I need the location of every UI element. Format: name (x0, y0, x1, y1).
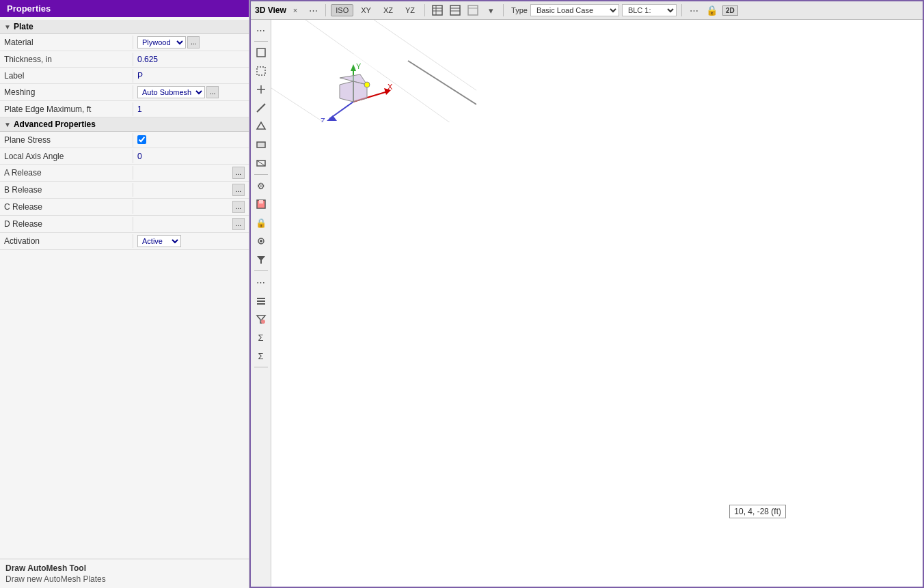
c-release-value[interactable]: ... (133, 199, 249, 215)
lock-filter-btn[interactable] (252, 232, 270, 250)
panel-btn[interactable] (252, 136, 270, 154)
type-label: Type (511, 6, 528, 14)
c-release-dots-btn[interactable]: ... (232, 201, 245, 213)
label-text: P (137, 71, 143, 81)
b-release-dots-btn[interactable]: ... (232, 184, 245, 196)
meshing-label: Meshing (0, 85, 133, 99)
b-release-row: B Release ... (0, 182, 249, 199)
meshing-select[interactable]: Auto Submesh Manual None (137, 86, 205, 98)
label-value: P (133, 69, 249, 83)
svg-rect-19 (259, 200, 263, 204)
toolbar-sep-3 (503, 4, 504, 16)
side-sep-4 (254, 367, 268, 367)
side-dots-btn[interactable]: ⋯ (252, 21, 270, 39)
d-release-dots-btn[interactable]: ... (232, 218, 245, 230)
left-panel: Properties ▼ Plate Material Plywood Stee… (0, 0, 249, 588)
svg-line-17 (257, 160, 265, 166)
table-icon-1[interactable] (430, 3, 445, 18)
svg-line-40 (408, 61, 476, 122)
list-btn[interactable] (252, 292, 270, 309)
settings-btn[interactable]: ⚙ (252, 177, 270, 195)
svg-marker-14 (257, 122, 265, 129)
canvas-area: ⋯ ⚙ (251, 20, 923, 587)
yz-view-btn[interactable]: YZ (400, 4, 420, 16)
activation-label: Activation (0, 234, 133, 248)
material-label: Material (0, 36, 133, 49)
svg-text:Z: Z (321, 117, 325, 122)
local-axis-value: 0 (133, 150, 249, 163)
material-select[interactable]: Plywood Steel Concrete (137, 36, 186, 48)
activation-value[interactable]: Active Inactive (133, 233, 249, 249)
type-select[interactable]: Basic Load Case Load Combination (530, 4, 619, 16)
dots-menu-btn[interactable]: ⋯ (305, 3, 321, 18)
xy-view-btn[interactable]: XY (356, 4, 376, 16)
table-icon-3[interactable] (465, 3, 480, 18)
filter-btn[interactable] (252, 251, 270, 268)
toolbar-sep-1 (325, 4, 326, 16)
3d-view-svg[interactable]: Y X Z (271, 20, 476, 122)
activation-row: Activation Active Inactive (0, 233, 249, 250)
label-row: Label P (0, 68, 249, 84)
dots-btn-2[interactable]: ⋯ (252, 273, 270, 291)
svg-rect-24 (257, 300, 265, 302)
svg-point-140 (364, 82, 370, 87)
blc-select[interactable]: BLC 1: BLC 2: (622, 4, 677, 16)
cursor-btn[interactable] (252, 44, 270, 61)
d-release-value[interactable]: ... (133, 216, 249, 232)
dropdown-arrow[interactable]: ▾ (483, 3, 498, 18)
member-btn[interactable] (252, 99, 270, 117)
svg-rect-7 (468, 5, 478, 15)
activation-select[interactable]: Active Inactive (137, 235, 181, 247)
advanced-section-header[interactable]: ▼ Advanced Properties (0, 117, 249, 132)
save-model-btn[interactable] (252, 195, 270, 213)
a-release-row: A Release ... (0, 165, 249, 182)
local-axis-text: 0 (137, 152, 142, 161)
lock-icon[interactable]: 🔒 (705, 3, 720, 18)
collapse-advanced-icon: ▼ (4, 121, 11, 128)
meshing-value[interactable]: Auto Submesh Manual None ... (133, 84, 249, 100)
plane-stress-value[interactable] (133, 133, 249, 146)
properties-area: ▼ Plate Material Plywood Steel Concrete … (0, 17, 249, 559)
panel-title: Properties (7, 3, 51, 14)
svg-rect-15 (257, 142, 265, 148)
a-release-dots-btn[interactable]: ... (232, 167, 245, 179)
c-release-label: C Release (0, 200, 133, 214)
view-close-btn[interactable]: × (293, 6, 297, 14)
svg-marker-138 (340, 81, 353, 102)
more-options-btn[interactable]: ⋯ (687, 3, 702, 18)
plane-stress-checkbox[interactable] (137, 135, 146, 144)
material-value[interactable]: Plywood Steel Concrete ... (133, 34, 249, 51)
panel-footer: Draw AutoMesh Tool Draw new AutoMesh Pla… (0, 559, 249, 588)
svg-rect-9 (257, 48, 265, 57)
lock-view-btn[interactable]: 🔒 (252, 214, 270, 232)
a-release-value[interactable]: ... (133, 165, 249, 181)
2d-btn[interactable]: 2D (722, 5, 738, 16)
iso-view-btn[interactable]: ISO (331, 4, 353, 16)
side-sep-2 (254, 174, 268, 175)
table-icon-2[interactable] (448, 3, 463, 18)
select-btn[interactable] (252, 62, 270, 80)
material-row: Material Plywood Steel Concrete ... (0, 34, 249, 51)
view-title: 3D View (255, 5, 286, 15)
plate-btn[interactable] (252, 117, 270, 135)
label-label: Label (0, 69, 133, 83)
sigma2-btn[interactable]: Σ (252, 347, 270, 365)
side-toolbar: ⋯ ⚙ (251, 20, 271, 587)
meshing-dots-btn[interactable]: ... (206, 86, 219, 98)
c-release-row: C Release ... (0, 199, 249, 216)
toolbar-sep-4 (681, 4, 682, 16)
xz-view-btn[interactable]: XZ (379, 4, 398, 16)
node-btn[interactable] (252, 81, 270, 98)
svg-point-21 (260, 240, 262, 242)
plate-section-header[interactable]: ▼ Plate (0, 20, 249, 34)
b-release-value[interactable]: ... (133, 182, 249, 198)
plate-edge-text: 1 (137, 104, 142, 114)
toolbar-sep-2 (424, 4, 425, 16)
filter2-btn[interactable] (252, 310, 270, 328)
thickness-text: 0.625 (137, 55, 158, 64)
footer-title: Draw AutoMesh Tool (5, 563, 243, 573)
axes-indicator: Y X Z (319, 54, 393, 122)
panel2-btn[interactable] (252, 154, 270, 172)
sigma-btn[interactable]: Σ (252, 328, 270, 346)
material-dots-btn[interactable]: ... (187, 36, 200, 48)
